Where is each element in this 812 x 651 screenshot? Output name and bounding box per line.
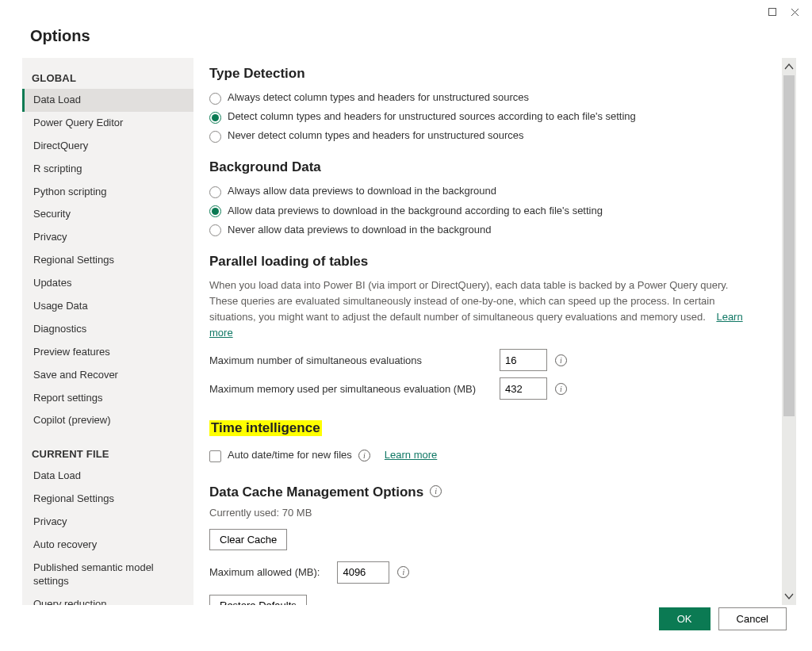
type-detection-option-always[interactable]: Always detect column types and headers f… bbox=[209, 90, 758, 105]
radio-icon bbox=[209, 186, 221, 198]
sidebar-item-power-query-editor[interactable]: Power Query Editor bbox=[22, 112, 193, 135]
option-label: Always detect column types and headers f… bbox=[228, 90, 529, 105]
sidebar-item-cf-auto-recovery[interactable]: Auto recovery bbox=[22, 534, 193, 557]
sidebar-item-copilot-preview[interactable]: Copilot (preview) bbox=[22, 409, 193, 432]
max-memory-label: Maximum memory used per simultaneous eva… bbox=[209, 383, 492, 395]
titlebar bbox=[0, 0, 812, 24]
option-label: Always allow data previews to download i… bbox=[228, 183, 496, 199]
info-icon[interactable]: i bbox=[430, 485, 442, 497]
sidebar-heading-current-file: CURRENT FILE bbox=[22, 442, 193, 465]
info-icon[interactable]: i bbox=[397, 566, 409, 578]
radio-icon bbox=[209, 224, 221, 236]
sidebar-item-data-load[interactable]: Data Load bbox=[22, 89, 193, 112]
main-area: GLOBAL Data Load Power Query Editor Dire… bbox=[0, 58, 812, 605]
background-data-option-always[interactable]: Always allow data previews to download i… bbox=[209, 183, 758, 199]
parallel-desc-text: When you load data into Power BI (via im… bbox=[209, 279, 728, 323]
sidebar-item-report-settings[interactable]: Report settings bbox=[22, 387, 193, 410]
auto-date-time-checkbox[interactable] bbox=[209, 450, 221, 462]
max-memory-input[interactable] bbox=[500, 377, 547, 400]
content: Type Detection Always detect column type… bbox=[193, 58, 780, 605]
vertical-scrollbar[interactable] bbox=[780, 58, 798, 605]
parallel-loading-heading: Parallel loading of tables bbox=[209, 254, 758, 270]
dialog-footer: OK Cancel bbox=[659, 603, 787, 635]
sidebar-item-python-scripting[interactable]: Python scripting bbox=[22, 181, 193, 204]
close-button[interactable] bbox=[783, 1, 806, 23]
sidebar-item-privacy[interactable]: Privacy bbox=[22, 226, 193, 249]
cache-max-label: Maximum allowed (MB): bbox=[209, 566, 320, 578]
type-detection-option-per-file[interactable]: Detect column types and headers for unst… bbox=[209, 109, 758, 124]
sidebar: GLOBAL Data Load Power Query Editor Dire… bbox=[22, 58, 193, 605]
info-icon[interactable]: i bbox=[555, 354, 567, 366]
data-cache-heading: Data Cache Management Options bbox=[209, 484, 423, 500]
auto-date-time-label: Auto date/time for new files bbox=[228, 447, 352, 463]
max-memory-row: Maximum memory used per simultaneous eva… bbox=[209, 377, 758, 400]
background-data-heading: Background Data bbox=[209, 159, 758, 175]
parallel-loading-description: When you load data into Power BI (via im… bbox=[209, 278, 758, 342]
max-evaluations-row: Maximum number of simultaneous evaluatio… bbox=[209, 349, 758, 371]
option-label: Never detect column types and headers fo… bbox=[228, 128, 524, 144]
restore-defaults-button[interactable]: Restore Defaults bbox=[209, 595, 307, 605]
sidebar-item-regional-settings[interactable]: Regional Settings bbox=[22, 249, 193, 272]
sidebar-item-cf-privacy[interactable]: Privacy bbox=[22, 511, 193, 534]
auto-date-time-row: Auto date/time for new files i Learn mor… bbox=[209, 447, 758, 463]
sidebar-item-save-and-recover[interactable]: Save and Recover bbox=[22, 364, 193, 387]
maximize-button[interactable] bbox=[761, 1, 783, 23]
sidebar-item-diagnostics[interactable]: Diagnostics bbox=[22, 318, 193, 341]
time-intel-learn-more-link[interactable]: Learn more bbox=[385, 447, 437, 463]
radio-icon bbox=[209, 205, 221, 217]
section-background-data: Background Data Always allow data previe… bbox=[209, 159, 758, 237]
sidebar-item-usage-data[interactable]: Usage Data bbox=[22, 295, 193, 318]
sidebar-item-directquery[interactable]: DirectQuery bbox=[22, 135, 193, 158]
sidebar-item-cf-query-reduction[interactable]: Query reduction bbox=[22, 593, 193, 605]
sidebar-item-preview-features[interactable]: Preview features bbox=[22, 341, 193, 364]
section-data-cache: Data Cache Management Options i Currentl… bbox=[209, 480, 758, 605]
cache-max-input[interactable] bbox=[337, 561, 389, 584]
info-icon[interactable]: i bbox=[358, 450, 370, 461]
scroll-up-arrow-icon[interactable] bbox=[780, 58, 798, 75]
info-icon[interactable]: i bbox=[555, 383, 567, 395]
sidebar-item-r-scripting[interactable]: R scripting bbox=[22, 158, 193, 181]
type-detection-option-never[interactable]: Never detect column types and headers fo… bbox=[209, 128, 758, 144]
clear-cache-button[interactable]: Clear Cache bbox=[209, 529, 287, 550]
type-detection-heading: Type Detection bbox=[209, 66, 758, 82]
cache-max-row: Maximum allowed (MB): i bbox=[209, 561, 758, 584]
option-label: Detect column types and headers for unst… bbox=[228, 109, 636, 124]
section-time-intelligence: Time intelligence Auto date/time for new… bbox=[209, 415, 758, 463]
scrollbar-thumb[interactable] bbox=[783, 75, 795, 416]
time-intelligence-heading: Time intelligence bbox=[209, 420, 322, 436]
sidebar-heading-global: GLOBAL bbox=[22, 66, 193, 89]
option-label: Never allow data previews to download in… bbox=[228, 222, 491, 238]
radio-icon bbox=[209, 131, 221, 143]
cache-currently-used: Currently used: 70 MB bbox=[209, 505, 758, 521]
max-evaluations-input[interactable] bbox=[500, 349, 547, 371]
sidebar-item-updates[interactable]: Updates bbox=[22, 272, 193, 295]
sidebar-item-security[interactable]: Security bbox=[22, 203, 193, 226]
cancel-button[interactable]: Cancel bbox=[718, 607, 787, 630]
option-label: Allow data previews to download in the b… bbox=[228, 203, 603, 219]
radio-icon bbox=[209, 112, 221, 124]
sidebar-item-cf-published-semantic-model-settings[interactable]: Published semantic model settings bbox=[22, 557, 193, 593]
content-outer: Type Detection Always detect column type… bbox=[193, 58, 798, 605]
background-data-option-per-file[interactable]: Allow data previews to download in the b… bbox=[209, 203, 758, 219]
ok-button[interactable]: OK bbox=[659, 607, 710, 630]
max-evaluations-label: Maximum number of simultaneous evaluatio… bbox=[209, 354, 492, 366]
sidebar-item-cf-data-load[interactable]: Data Load bbox=[22, 465, 193, 488]
dialog-title: Options bbox=[0, 24, 812, 58]
sidebar-item-cf-regional-settings[interactable]: Regional Settings bbox=[22, 488, 193, 511]
background-data-option-never[interactable]: Never allow data previews to download in… bbox=[209, 222, 758, 238]
section-parallel-loading: Parallel loading of tables When you load… bbox=[209, 254, 758, 400]
radio-icon bbox=[209, 93, 221, 105]
section-type-detection: Type Detection Always detect column type… bbox=[209, 66, 758, 144]
svg-rect-0 bbox=[769, 9, 776, 16]
